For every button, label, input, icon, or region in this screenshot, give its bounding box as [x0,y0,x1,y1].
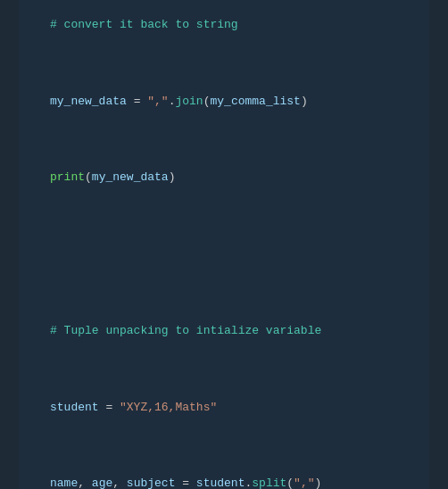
code-line-10: print(my_new_data) [50,168,398,186]
code-editor: # String to List. my_data = "this,is,a,c… [19,0,429,489]
code-content: # String to List. my_data = "this,is,a,c… [50,0,398,489]
code-line-14: name, age, subject = student.split(",") [50,474,398,489]
code-line-8: # convert it back to string [50,15,398,34]
code-line-12: # Tuple unpacking to intialize variable [50,321,398,340]
code-line-13: student = "XYZ,16,Maths" [50,398,398,417]
code-line-9: my_new_data = ",".join(my_comma_list) [50,92,398,111]
code-line-blank-3 [50,244,398,263]
